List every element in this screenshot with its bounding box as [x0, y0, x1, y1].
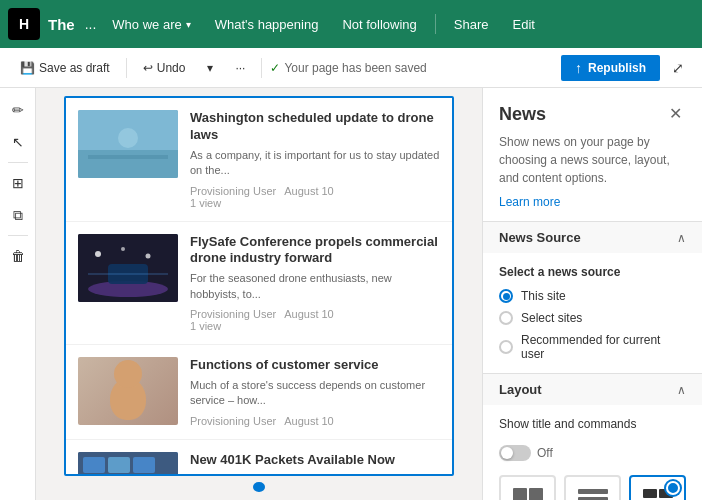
nav-item-following[interactable]: Not following — [332, 13, 426, 36]
svg-rect-24 — [578, 489, 608, 494]
more-icon: ··· — [235, 61, 245, 75]
more-button[interactable]: ··· — [227, 57, 253, 79]
layers-tool[interactable]: ⧉ — [4, 201, 32, 229]
layout-option-top-story[interactable]: Top story — [499, 475, 556, 500]
news-thumbnail — [78, 357, 178, 425]
news-item[interactable]: FlySafe Conference propels commercial dr… — [66, 222, 452, 346]
saved-status: ✓ Your page has been saved — [270, 61, 426, 75]
news-thumbnail — [78, 452, 178, 476]
layout-icon — [510, 485, 546, 500]
news-views: 1 view — [190, 197, 221, 209]
show-title-label: Show title and commands — [499, 417, 636, 431]
select-tool[interactable]: ↖ — [4, 128, 32, 156]
news-list: Washington scheduled update to drone law… — [66, 98, 452, 476]
close-icon[interactable]: ✕ — [665, 104, 686, 123]
undo-button[interactable]: ↩ Undo — [135, 57, 194, 79]
scroll-indicator — [253, 482, 265, 492]
news-author: Provisioning User — [190, 185, 276, 197]
news-excerpt: For the seasoned drone enthusiasts, new … — [190, 271, 440, 302]
nav-item-share[interactable]: Share — [444, 13, 499, 36]
delete-tool[interactable]: 🗑 — [4, 242, 32, 270]
news-content: FlySafe Conference propels commercial dr… — [190, 234, 440, 333]
news-excerpt: As a company, it is important for us to … — [190, 148, 440, 179]
left-toolbar: ✏ ↖ ⊞ ⧉ 🗑 — [0, 88, 36, 500]
radio-option[interactable]: This site — [499, 289, 686, 303]
republish-button[interactable]: ↑ Republish — [561, 55, 660, 81]
expand-button[interactable]: ⤢ — [666, 56, 690, 80]
learn-more-link[interactable]: Learn more — [483, 195, 702, 221]
chevron-up-icon-layout: ∧ — [677, 383, 686, 397]
show-title-toggle[interactable] — [499, 445, 531, 461]
svg-point-7 — [146, 253, 151, 258]
news-date: August 10 — [284, 415, 334, 427]
right-panel: News ✕ Show news on your page by choosin… — [482, 88, 702, 500]
news-title: FlySafe Conference propels commercial dr… — [190, 234, 440, 268]
radio-circle — [499, 340, 513, 354]
news-excerpt: Much of a store's success depends on cus… — [190, 378, 440, 409]
tool-separator-2 — [8, 235, 28, 236]
check-icon: ✓ — [270, 61, 280, 75]
nav-separator — [435, 14, 436, 34]
toggle-thumb — [501, 447, 513, 459]
layout-option-list[interactable]: List — [564, 475, 621, 500]
nav-item-happening[interactable]: What's happening — [205, 13, 329, 36]
radio-circle — [499, 311, 513, 325]
undo-chevron[interactable]: ▾ — [199, 57, 221, 79]
svg-rect-28 — [659, 489, 673, 498]
toolbar-separator-2 — [261, 58, 262, 78]
layout-section-header[interactable]: Layout ∧ — [483, 373, 702, 405]
news-title: Washington scheduled update to drone law… — [190, 110, 440, 144]
undo-icon: ↩ — [143, 61, 153, 75]
panel-header: News ✕ — [483, 88, 702, 133]
radio-option[interactable]: Select sites — [499, 311, 686, 325]
nav-bar: H The ... Who we are ▾ What's happening … — [0, 0, 702, 48]
news-thumbnail — [78, 110, 178, 178]
news-content: Washington scheduled update to drone law… — [190, 110, 440, 209]
edit-tool[interactable]: ✏ — [4, 96, 32, 124]
news-meta: Provisioning UserAugust 101 view — [190, 308, 440, 332]
radio-label: Recommended for current user — [521, 333, 686, 361]
show-title-row: Show title and commands — [499, 417, 686, 431]
news-author: Provisioning User — [190, 308, 276, 320]
news-source-title: News Source — [499, 230, 581, 245]
logo[interactable]: H — [8, 8, 40, 40]
grid-tool[interactable]: ⊞ — [4, 169, 32, 197]
nav-item-who[interactable]: Who we are ▾ — [102, 13, 200, 36]
layout-option-side-by-side[interactable]: Side-by-side — [629, 475, 686, 500]
news-content: New 401K Packets Available NowPlease sto… — [190, 452, 440, 476]
toolbar: 💾 Save as draft ↩ Undo ▾ ··· ✓ Your page… — [0, 48, 702, 88]
news-title: Functions of customer service — [190, 357, 440, 374]
radio-option[interactable]: Recommended for current user — [499, 333, 686, 361]
news-web-part: Washington scheduled update to drone law… — [64, 96, 454, 476]
radio-dot — [503, 293, 510, 300]
layout-icon — [575, 485, 611, 500]
news-item[interactable]: Functions of customer serviceMuch of a s… — [66, 345, 452, 440]
news-date: August 10 — [284, 308, 334, 320]
news-excerpt: Please stop by the HR offices to pick up… — [190, 473, 440, 476]
save-icon: 💾 — [20, 61, 35, 75]
svg-rect-14 — [133, 457, 155, 473]
svg-rect-2 — [88, 155, 168, 159]
chevron-down-icon: ▾ — [207, 61, 213, 75]
republish-icon: ↑ — [575, 60, 582, 76]
news-item[interactable]: Washington scheduled update to drone law… — [66, 98, 452, 222]
main-area: ✏ ↖ ⊞ ⧉ 🗑 Washington scheduled update to… — [0, 88, 702, 500]
panel-title: News — [499, 104, 546, 125]
site-title: The — [44, 16, 79, 33]
radio-label: This site — [521, 289, 566, 303]
chevron-down-icon: ▾ — [186, 19, 191, 30]
chevron-up-icon: ∧ — [677, 231, 686, 245]
news-views: 1 view — [190, 320, 221, 332]
news-source-body: Select a news source This siteSelect sit… — [483, 253, 702, 373]
canvas-area[interactable]: Washington scheduled update to drone law… — [36, 88, 482, 500]
news-source-section-header[interactable]: News Source ∧ — [483, 221, 702, 253]
panel-description: Show news on your page by choosing a new… — [483, 133, 702, 195]
svg-rect-1 — [78, 150, 178, 178]
news-item[interactable]: New 401K Packets Available NowPlease sto… — [66, 440, 452, 476]
toolbar-separator — [126, 58, 127, 78]
svg-point-6 — [121, 247, 125, 251]
svg-point-5 — [95, 251, 101, 257]
toggle-container: Off — [499, 445, 686, 461]
save-draft-button[interactable]: 💾 Save as draft — [12, 57, 118, 79]
nav-item-edit[interactable]: Edit — [503, 13, 545, 36]
